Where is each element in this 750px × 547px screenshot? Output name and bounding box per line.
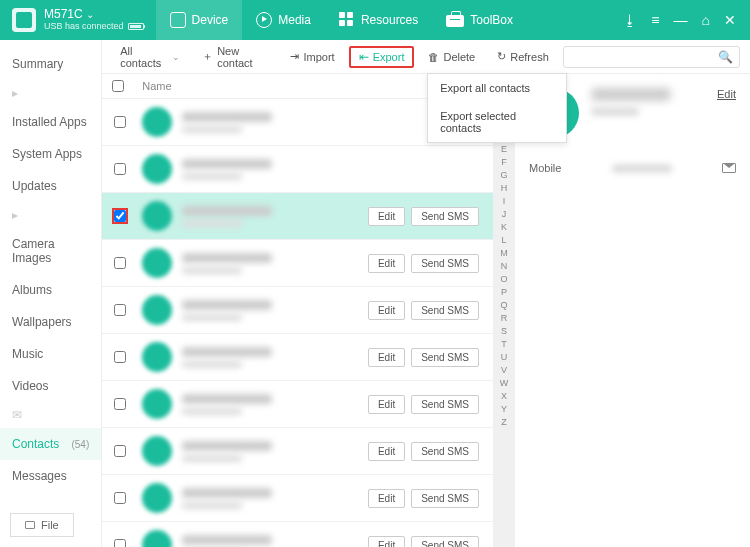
sidebar-item-wallpapers[interactable]: Wallpapers — [0, 306, 101, 338]
row-checkbox[interactable] — [114, 351, 126, 363]
delete-button[interactable]: 🗑Delete — [420, 48, 483, 66]
tab-resources[interactable]: Resources — [325, 0, 432, 40]
alpha-index-H[interactable]: H — [501, 182, 508, 194]
contact-row[interactable]: EditSend SMS — [102, 334, 493, 381]
alpha-index-W[interactable]: W — [500, 377, 509, 389]
contact-row[interactable]: EditSend SMS — [102, 428, 493, 475]
alpha-index-F[interactable]: F — [501, 156, 507, 168]
alpha-index-L[interactable]: L — [501, 234, 506, 246]
alpha-index-Y[interactable]: Y — [501, 403, 507, 415]
alpha-index-O[interactable]: O — [500, 273, 507, 285]
select-all-checkbox[interactable] — [112, 80, 124, 92]
edit-contact-link[interactable]: Edit — [717, 88, 736, 100]
menu-icon[interactable]: ≡ — [651, 12, 659, 28]
sidebar-item-messages[interactable]: Messages — [0, 460, 101, 492]
alpha-index-G[interactable]: G — [500, 169, 507, 181]
sidebar-item-summary[interactable]: Summary — [0, 48, 101, 80]
sidebar-expand-icon[interactable]: ✉ — [0, 402, 101, 428]
alpha-index-K[interactable]: K — [501, 221, 507, 233]
alpha-index-T[interactable]: T — [501, 338, 507, 350]
sidebar-item-videos[interactable]: Videos — [0, 370, 101, 402]
row-checkbox[interactable] — [114, 116, 126, 128]
edit-button[interactable]: Edit — [368, 536, 405, 548]
send-sms-button[interactable]: Send SMS — [411, 442, 479, 461]
contact-info — [182, 300, 368, 321]
contact-row[interactable]: EditSend SMS — [102, 287, 493, 334]
send-sms-button[interactable]: Send SMS — [411, 489, 479, 508]
sidebar-item-system-apps[interactable]: System Apps — [0, 138, 101, 170]
sidebar-expand-icon[interactable]: ▸ — [0, 80, 101, 106]
alpha-index-J[interactable]: J — [502, 208, 507, 220]
new-contact-button[interactable]: ＋New contact — [194, 42, 276, 72]
contacts-filter[interactable]: All contacts⌄ — [112, 42, 188, 72]
alpha-index-Q[interactable]: Q — [500, 299, 507, 311]
minimize-icon[interactable]: — — [674, 12, 688, 28]
edit-button[interactable]: Edit — [368, 301, 405, 320]
device-selector[interactable]: M571C⌄ USB has connected — [0, 0, 156, 40]
contact-row[interactable] — [102, 146, 493, 193]
row-checkbox[interactable] — [114, 539, 126, 547]
send-sms-button[interactable]: Send SMS — [411, 301, 479, 320]
toolbox-icon — [446, 15, 464, 27]
send-sms-button[interactable]: Send SMS — [411, 348, 479, 367]
sidebar-item-installed-apps[interactable]: Installed Apps — [0, 106, 101, 138]
refresh-button[interactable]: ↻Refresh — [489, 47, 557, 66]
alpha-index-S[interactable]: S — [501, 325, 507, 337]
edit-button[interactable]: Edit — [368, 254, 405, 273]
alpha-index-Z[interactable]: Z — [501, 416, 507, 428]
row-checkbox[interactable] — [114, 210, 126, 222]
file-button[interactable]: File — [10, 513, 74, 537]
row-checkbox[interactable] — [114, 257, 126, 269]
row-checkbox[interactable] — [114, 492, 126, 504]
tab-device[interactable]: Device — [156, 0, 243, 40]
row-actions: EditSend SMS — [368, 301, 479, 320]
export-button[interactable]: ⇤Export — [349, 46, 415, 68]
export-selected-option[interactable]: Export selected contacts — [428, 102, 566, 142]
sidebar-item-camera-images[interactable]: Camera Images — [0, 228, 101, 274]
edit-button[interactable]: Edit — [368, 395, 405, 414]
alpha-index-X[interactable]: X — [501, 390, 507, 402]
search-input[interactable] — [570, 51, 718, 63]
edit-button[interactable]: Edit — [368, 489, 405, 508]
alpha-index-M[interactable]: M — [500, 247, 508, 259]
sidebar-item-updates[interactable]: Updates — [0, 170, 101, 202]
export-all-option[interactable]: Export all contacts — [428, 74, 566, 102]
row-checkbox[interactable] — [114, 398, 126, 410]
alpha-index-V[interactable]: V — [501, 364, 507, 376]
edit-button[interactable]: Edit — [368, 207, 405, 226]
send-sms-button[interactable]: Send SMS — [411, 254, 479, 273]
contact-row[interactable]: EditSend SMS — [102, 475, 493, 522]
alpha-index-U[interactable]: U — [501, 351, 508, 363]
contact-name-blurred — [182, 535, 272, 545]
alpha-index-R[interactable]: R — [501, 312, 508, 324]
alpha-index-E[interactable]: E — [501, 143, 507, 155]
alpha-index-P[interactable]: P — [501, 286, 507, 298]
download-icon[interactable]: ⭳ — [623, 12, 637, 28]
alpha-index-I[interactable]: I — [503, 195, 506, 207]
edit-button[interactable]: Edit — [368, 442, 405, 461]
sidebar-expand-icon[interactable]: ▸ — [0, 202, 101, 228]
row-checkbox[interactable] — [114, 163, 126, 175]
row-checkbox[interactable] — [114, 304, 126, 316]
send-sms-button[interactable]: Send SMS — [411, 536, 479, 548]
contacts-list[interactable]: Name EditSend SMSEditSend SMSEditSend SM… — [102, 74, 493, 547]
sidebar-item-contacts[interactable]: Contacts(54) — [0, 428, 101, 460]
message-icon[interactable] — [722, 163, 736, 173]
contact-row[interactable]: EditSend SMS — [102, 240, 493, 287]
row-checkbox[interactable] — [114, 445, 126, 457]
contact-row[interactable]: EditSend SMS — [102, 522, 493, 547]
contact-row[interactable]: EditSend SMS — [102, 381, 493, 428]
home-icon[interactable]: ⌂ — [702, 12, 710, 28]
sidebar-item-music[interactable]: Music — [0, 338, 101, 370]
sidebar-item-albums[interactable]: Albums — [0, 274, 101, 306]
send-sms-button[interactable]: Send SMS — [411, 395, 479, 414]
contact-row[interactable]: EditSend SMS — [102, 193, 493, 240]
send-sms-button[interactable]: Send SMS — [411, 207, 479, 226]
tab-toolbox[interactable]: ToolBox — [432, 0, 527, 40]
edit-button[interactable]: Edit — [368, 348, 405, 367]
import-button[interactable]: ⇥Import — [282, 47, 342, 66]
search-box[interactable]: 🔍 — [563, 46, 740, 68]
tab-media[interactable]: Media — [242, 0, 325, 40]
alpha-index-N[interactable]: N — [501, 260, 508, 272]
close-icon[interactable]: ✕ — [724, 12, 736, 28]
